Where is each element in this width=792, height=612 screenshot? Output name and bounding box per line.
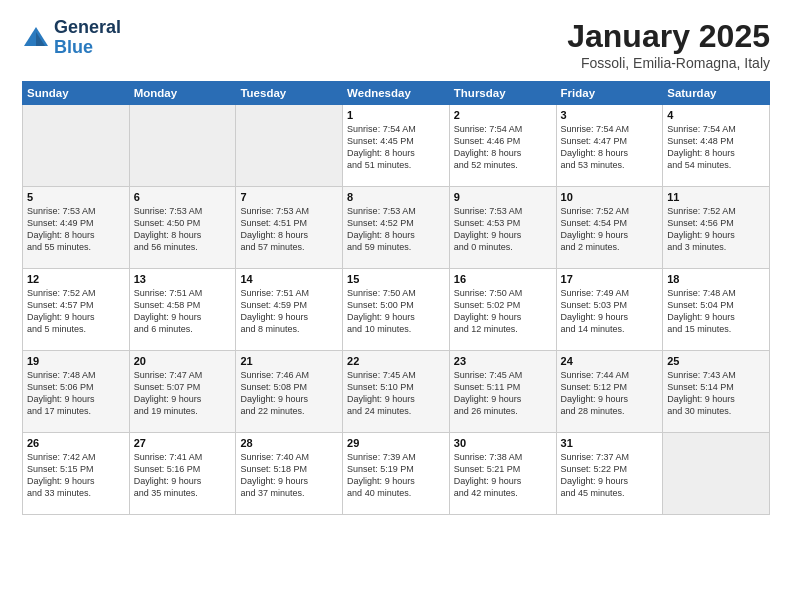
day-number: 16 (454, 273, 552, 285)
calendar-cell: 21Sunrise: 7:46 AM Sunset: 5:08 PM Dayli… (236, 351, 343, 433)
weekday-header-thursday: Thursday (449, 82, 556, 105)
day-info: Sunrise: 7:44 AM Sunset: 5:12 PM Dayligh… (561, 369, 659, 418)
day-info: Sunrise: 7:37 AM Sunset: 5:22 PM Dayligh… (561, 451, 659, 500)
day-info: Sunrise: 7:54 AM Sunset: 4:45 PM Dayligh… (347, 123, 445, 172)
calendar-cell: 19Sunrise: 7:48 AM Sunset: 5:06 PM Dayli… (23, 351, 130, 433)
calendar-cell: 27Sunrise: 7:41 AM Sunset: 5:16 PM Dayli… (129, 433, 236, 515)
calendar-cell: 28Sunrise: 7:40 AM Sunset: 5:18 PM Dayli… (236, 433, 343, 515)
calendar-subtitle: Fossoli, Emilia-Romagna, Italy (567, 55, 770, 71)
calendar-cell: 24Sunrise: 7:44 AM Sunset: 5:12 PM Dayli… (556, 351, 663, 433)
weekday-header-friday: Friday (556, 82, 663, 105)
calendar-week-5: 26Sunrise: 7:42 AM Sunset: 5:15 PM Dayli… (23, 433, 770, 515)
day-number: 12 (27, 273, 125, 285)
day-info: Sunrise: 7:52 AM Sunset: 4:57 PM Dayligh… (27, 287, 125, 336)
calendar-cell: 3Sunrise: 7:54 AM Sunset: 4:47 PM Daylig… (556, 105, 663, 187)
calendar-cell: 14Sunrise: 7:51 AM Sunset: 4:59 PM Dayli… (236, 269, 343, 351)
calendar-cell (129, 105, 236, 187)
weekday-header-sunday: Sunday (23, 82, 130, 105)
day-info: Sunrise: 7:50 AM Sunset: 5:00 PM Dayligh… (347, 287, 445, 336)
day-info: Sunrise: 7:53 AM Sunset: 4:49 PM Dayligh… (27, 205, 125, 254)
day-number: 8 (347, 191, 445, 203)
calendar-cell: 2Sunrise: 7:54 AM Sunset: 4:46 PM Daylig… (449, 105, 556, 187)
calendar-cell: 13Sunrise: 7:51 AM Sunset: 4:58 PM Dayli… (129, 269, 236, 351)
day-number: 24 (561, 355, 659, 367)
calendar-cell: 11Sunrise: 7:52 AM Sunset: 4:56 PM Dayli… (663, 187, 770, 269)
day-info: Sunrise: 7:41 AM Sunset: 5:16 PM Dayligh… (134, 451, 232, 500)
logo-text: General Blue (54, 18, 121, 58)
page: General Blue January 2025 Fossoli, Emili… (0, 0, 792, 612)
title-block: January 2025 Fossoli, Emilia-Romagna, It… (567, 18, 770, 71)
day-number: 11 (667, 191, 765, 203)
calendar-cell (23, 105, 130, 187)
header-row: SundayMondayTuesdayWednesdayThursdayFrid… (23, 82, 770, 105)
calendar-cell: 20Sunrise: 7:47 AM Sunset: 5:07 PM Dayli… (129, 351, 236, 433)
day-info: Sunrise: 7:54 AM Sunset: 4:47 PM Dayligh… (561, 123, 659, 172)
weekday-header-saturday: Saturday (663, 82, 770, 105)
calendar-cell: 26Sunrise: 7:42 AM Sunset: 5:15 PM Dayli… (23, 433, 130, 515)
calendar-cell: 12Sunrise: 7:52 AM Sunset: 4:57 PM Dayli… (23, 269, 130, 351)
day-info: Sunrise: 7:39 AM Sunset: 5:19 PM Dayligh… (347, 451, 445, 500)
calendar-cell: 17Sunrise: 7:49 AM Sunset: 5:03 PM Dayli… (556, 269, 663, 351)
day-info: Sunrise: 7:52 AM Sunset: 4:56 PM Dayligh… (667, 205, 765, 254)
day-info: Sunrise: 7:38 AM Sunset: 5:21 PM Dayligh… (454, 451, 552, 500)
day-info: Sunrise: 7:45 AM Sunset: 5:11 PM Dayligh… (454, 369, 552, 418)
day-number: 21 (240, 355, 338, 367)
day-info: Sunrise: 7:53 AM Sunset: 4:51 PM Dayligh… (240, 205, 338, 254)
day-number: 15 (347, 273, 445, 285)
day-number: 18 (667, 273, 765, 285)
day-number: 27 (134, 437, 232, 449)
calendar-table: SundayMondayTuesdayWednesdayThursdayFrid… (22, 81, 770, 515)
calendar-cell: 15Sunrise: 7:50 AM Sunset: 5:00 PM Dayli… (343, 269, 450, 351)
day-number: 3 (561, 109, 659, 121)
day-info: Sunrise: 7:46 AM Sunset: 5:08 PM Dayligh… (240, 369, 338, 418)
calendar-cell: 25Sunrise: 7:43 AM Sunset: 5:14 PM Dayli… (663, 351, 770, 433)
calendar-cell: 4Sunrise: 7:54 AM Sunset: 4:48 PM Daylig… (663, 105, 770, 187)
day-number: 9 (454, 191, 552, 203)
day-number: 25 (667, 355, 765, 367)
calendar-cell: 9Sunrise: 7:53 AM Sunset: 4:53 PM Daylig… (449, 187, 556, 269)
day-number: 14 (240, 273, 338, 285)
day-info: Sunrise: 7:53 AM Sunset: 4:53 PM Dayligh… (454, 205, 552, 254)
calendar-cell: 31Sunrise: 7:37 AM Sunset: 5:22 PM Dayli… (556, 433, 663, 515)
calendar-week-1: 1Sunrise: 7:54 AM Sunset: 4:45 PM Daylig… (23, 105, 770, 187)
weekday-header-tuesday: Tuesday (236, 82, 343, 105)
day-number: 30 (454, 437, 552, 449)
calendar-cell: 30Sunrise: 7:38 AM Sunset: 5:21 PM Dayli… (449, 433, 556, 515)
day-number: 1 (347, 109, 445, 121)
day-number: 28 (240, 437, 338, 449)
day-info: Sunrise: 7:51 AM Sunset: 4:58 PM Dayligh… (134, 287, 232, 336)
day-number: 6 (134, 191, 232, 203)
day-number: 5 (27, 191, 125, 203)
calendar-cell: 10Sunrise: 7:52 AM Sunset: 4:54 PM Dayli… (556, 187, 663, 269)
day-number: 7 (240, 191, 338, 203)
day-info: Sunrise: 7:50 AM Sunset: 5:02 PM Dayligh… (454, 287, 552, 336)
calendar-cell (663, 433, 770, 515)
logo-blue-text: Blue (54, 38, 121, 58)
logo: General Blue (22, 18, 121, 58)
calendar-cell: 1Sunrise: 7:54 AM Sunset: 4:45 PM Daylig… (343, 105, 450, 187)
day-info: Sunrise: 7:48 AM Sunset: 5:06 PM Dayligh… (27, 369, 125, 418)
day-number: 19 (27, 355, 125, 367)
calendar-cell: 6Sunrise: 7:53 AM Sunset: 4:50 PM Daylig… (129, 187, 236, 269)
day-number: 20 (134, 355, 232, 367)
calendar-cell: 8Sunrise: 7:53 AM Sunset: 4:52 PM Daylig… (343, 187, 450, 269)
weekday-header-wednesday: Wednesday (343, 82, 450, 105)
day-number: 10 (561, 191, 659, 203)
weekday-header-monday: Monday (129, 82, 236, 105)
day-info: Sunrise: 7:53 AM Sunset: 4:50 PM Dayligh… (134, 205, 232, 254)
day-number: 31 (561, 437, 659, 449)
day-number: 26 (27, 437, 125, 449)
header: General Blue January 2025 Fossoli, Emili… (22, 18, 770, 71)
day-info: Sunrise: 7:51 AM Sunset: 4:59 PM Dayligh… (240, 287, 338, 336)
calendar-cell: 29Sunrise: 7:39 AM Sunset: 5:19 PM Dayli… (343, 433, 450, 515)
day-info: Sunrise: 7:54 AM Sunset: 4:48 PM Dayligh… (667, 123, 765, 172)
calendar-week-3: 12Sunrise: 7:52 AM Sunset: 4:57 PM Dayli… (23, 269, 770, 351)
day-info: Sunrise: 7:48 AM Sunset: 5:04 PM Dayligh… (667, 287, 765, 336)
day-info: Sunrise: 7:45 AM Sunset: 5:10 PM Dayligh… (347, 369, 445, 418)
logo-general-text: General (54, 18, 121, 38)
day-number: 13 (134, 273, 232, 285)
calendar-cell: 16Sunrise: 7:50 AM Sunset: 5:02 PM Dayli… (449, 269, 556, 351)
calendar-cell: 7Sunrise: 7:53 AM Sunset: 4:51 PM Daylig… (236, 187, 343, 269)
logo-icon (22, 24, 50, 52)
day-info: Sunrise: 7:52 AM Sunset: 4:54 PM Dayligh… (561, 205, 659, 254)
